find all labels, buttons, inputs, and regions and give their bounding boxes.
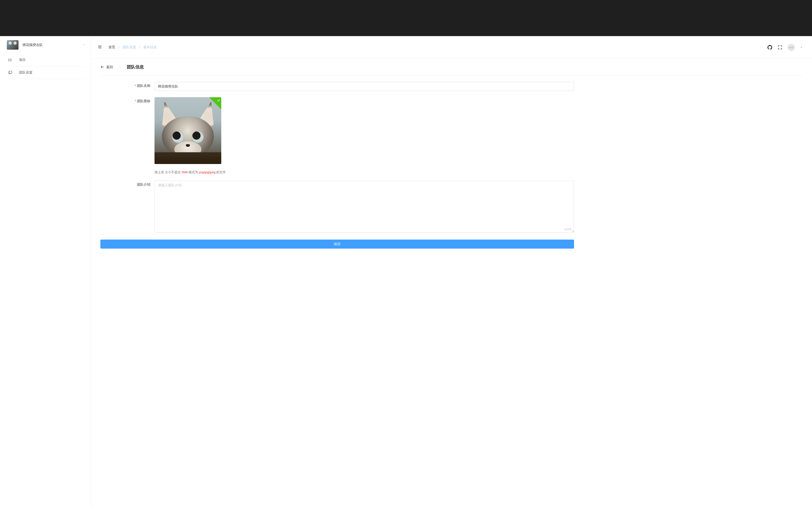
team-icon-upload[interactable] xyxy=(155,97,221,164)
upload-hint: 请上传 大小不超过 5MB 格式为 png/jpg/jpeg 的文件 xyxy=(155,170,574,174)
breadcrumb-basic-info: 基本信息 xyxy=(143,45,157,49)
svg-rect-7 xyxy=(9,71,12,73)
topbar: 首页 / 团队设置 / 基本信息 dem xyxy=(91,36,812,59)
user-avatar[interactable]: dem xyxy=(787,44,795,51)
svg-point-3 xyxy=(9,59,9,59)
page-body: 返回 团队信息 *团队名称 *团队图标 xyxy=(91,59,812,264)
back-label: 返回 xyxy=(106,65,113,69)
sidebar-item-label: 团队设置 xyxy=(19,70,33,75)
page-title: 团队信息 xyxy=(127,64,144,70)
topbar-actions: dem xyxy=(767,44,803,51)
fullscreen-icon[interactable] xyxy=(778,45,782,50)
form-row-team-intro: 团队介绍 0/255 xyxy=(100,181,574,233)
caret-down-icon[interactable] xyxy=(800,46,803,49)
breadcrumb: 首页 / 团队设置 / 基本信息 xyxy=(109,45,157,49)
arrow-left-icon xyxy=(100,65,104,69)
form-row-team-name: *团队名称 xyxy=(100,82,574,91)
top-banner xyxy=(0,0,812,36)
form-row-team-icon: *团队图标 xyxy=(100,97,574,174)
separator: / xyxy=(118,45,119,49)
team-icon-label: *团队图标 xyxy=(100,97,155,103)
github-icon[interactable] xyxy=(767,45,772,50)
check-icon xyxy=(217,98,220,102)
svg-point-5 xyxy=(9,61,9,61)
sidebar-item-projects[interactable]: 项目 xyxy=(5,54,86,66)
team-avatar xyxy=(7,40,18,50)
required-star: * xyxy=(135,84,136,88)
breadcrumb-team-settings[interactable]: 团队设置 xyxy=(123,45,136,49)
team-intro-label: 团队介绍 xyxy=(100,181,155,187)
sidebar: 狸花猫突击队 项目 团队设置 xyxy=(0,36,91,508)
breadcrumb-home[interactable]: 首页 xyxy=(109,45,115,49)
required-star: * xyxy=(135,99,136,103)
save-button[interactable]: 保存 xyxy=(100,240,574,249)
main-area: 首页 / 团队设置 / 基本信息 dem xyxy=(91,36,812,508)
list-icon xyxy=(8,58,13,62)
team-name: 狸花猫突击队 xyxy=(23,43,81,47)
sidebar-menu: 项目 团队设置 xyxy=(0,54,91,79)
team-name-input[interactable] xyxy=(155,82,574,91)
settings-icon xyxy=(8,71,13,75)
back-button[interactable]: 返回 xyxy=(100,65,113,69)
team-name-label: *团队名称 xyxy=(100,82,155,88)
team-selector[interactable]: 狸花猫突击队 xyxy=(0,36,91,54)
upload-success-badge xyxy=(209,97,221,110)
form-row-submit: 保存 xyxy=(100,240,574,249)
sidebar-item-label: 项目 xyxy=(19,58,26,62)
svg-point-4 xyxy=(9,60,9,60)
team-info-form: *团队名称 *团队图标 xyxy=(100,82,574,249)
separator: / xyxy=(139,45,140,49)
team-intro-textarea[interactable] xyxy=(155,181,574,232)
sidebar-item-team-settings[interactable]: 团队设置 xyxy=(5,66,86,79)
chevron-down-icon xyxy=(83,43,86,47)
page-header: 返回 团队信息 xyxy=(100,64,803,76)
collapse-sidebar-button[interactable] xyxy=(98,45,102,50)
